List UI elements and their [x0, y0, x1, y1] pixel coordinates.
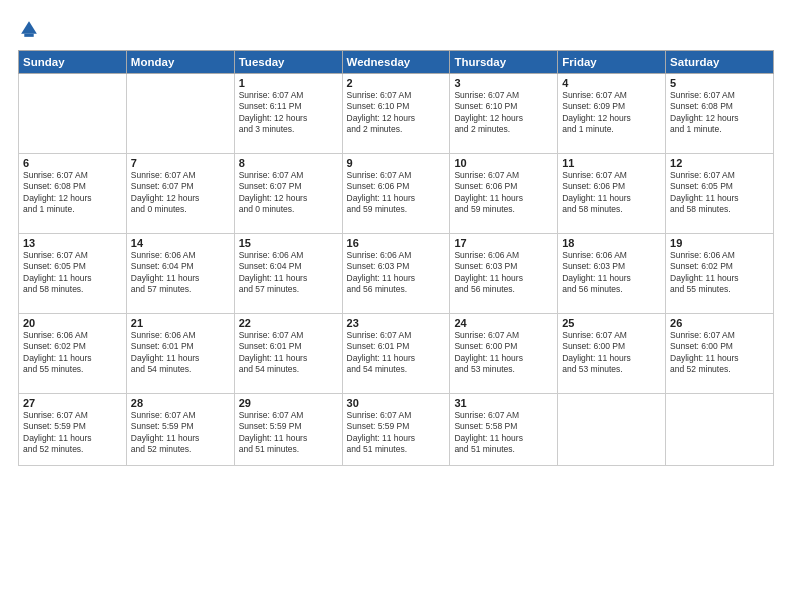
day-info: Sunrise: 6:07 AM Sunset: 6:09 PM Dayligh… — [562, 90, 661, 136]
calendar-cell: 10Sunrise: 6:07 AM Sunset: 6:06 PM Dayli… — [450, 154, 558, 234]
header-friday: Friday — [558, 51, 666, 74]
calendar-cell: 19Sunrise: 6:06 AM Sunset: 6:02 PM Dayli… — [666, 234, 774, 314]
calendar-cell: 15Sunrise: 6:06 AM Sunset: 6:04 PM Dayli… — [234, 234, 342, 314]
day-info: Sunrise: 6:07 AM Sunset: 6:10 PM Dayligh… — [454, 90, 553, 136]
day-number: 31 — [454, 397, 553, 409]
day-number: 15 — [239, 237, 338, 249]
calendar-cell: 6Sunrise: 6:07 AM Sunset: 6:08 PM Daylig… — [19, 154, 127, 234]
calendar-cell: 20Sunrise: 6:06 AM Sunset: 6:02 PM Dayli… — [19, 314, 127, 394]
day-number: 2 — [347, 77, 446, 89]
day-info: Sunrise: 6:07 AM Sunset: 6:06 PM Dayligh… — [454, 170, 553, 216]
calendar-cell — [558, 394, 666, 466]
day-info: Sunrise: 6:06 AM Sunset: 6:02 PM Dayligh… — [23, 330, 122, 376]
calendar-cell: 2Sunrise: 6:07 AM Sunset: 6:10 PM Daylig… — [342, 74, 450, 154]
day-number: 28 — [131, 397, 230, 409]
day-info: Sunrise: 6:07 AM Sunset: 6:05 PM Dayligh… — [23, 250, 122, 296]
calendar-cell: 7Sunrise: 6:07 AM Sunset: 6:07 PM Daylig… — [126, 154, 234, 234]
day-info: Sunrise: 6:07 AM Sunset: 6:06 PM Dayligh… — [347, 170, 446, 216]
day-number: 17 — [454, 237, 553, 249]
calendar-cell: 29Sunrise: 6:07 AM Sunset: 5:59 PM Dayli… — [234, 394, 342, 466]
day-number: 4 — [562, 77, 661, 89]
day-info: Sunrise: 6:06 AM Sunset: 6:03 PM Dayligh… — [454, 250, 553, 296]
day-info: Sunrise: 6:06 AM Sunset: 6:01 PM Dayligh… — [131, 330, 230, 376]
day-number: 19 — [670, 237, 769, 249]
day-number: 26 — [670, 317, 769, 329]
calendar-cell — [126, 74, 234, 154]
week-row-1: 1Sunrise: 6:07 AM Sunset: 6:11 PM Daylig… — [19, 74, 774, 154]
calendar-cell: 22Sunrise: 6:07 AM Sunset: 6:01 PM Dayli… — [234, 314, 342, 394]
calendar-cell: 21Sunrise: 6:06 AM Sunset: 6:01 PM Dayli… — [126, 314, 234, 394]
day-info: Sunrise: 6:07 AM Sunset: 6:00 PM Dayligh… — [454, 330, 553, 376]
day-number: 3 — [454, 77, 553, 89]
day-number: 6 — [23, 157, 122, 169]
calendar-cell: 30Sunrise: 6:07 AM Sunset: 5:59 PM Dayli… — [342, 394, 450, 466]
day-info: Sunrise: 6:06 AM Sunset: 6:03 PM Dayligh… — [347, 250, 446, 296]
day-number: 11 — [562, 157, 661, 169]
day-number: 21 — [131, 317, 230, 329]
day-info: Sunrise: 6:06 AM Sunset: 6:04 PM Dayligh… — [239, 250, 338, 296]
day-number: 7 — [131, 157, 230, 169]
svg-rect-1 — [24, 34, 33, 37]
calendar-cell: 25Sunrise: 6:07 AM Sunset: 6:00 PM Dayli… — [558, 314, 666, 394]
day-info: Sunrise: 6:07 AM Sunset: 5:58 PM Dayligh… — [454, 410, 553, 456]
calendar-cell: 26Sunrise: 6:07 AM Sunset: 6:00 PM Dayli… — [666, 314, 774, 394]
week-row-2: 6Sunrise: 6:07 AM Sunset: 6:08 PM Daylig… — [19, 154, 774, 234]
header — [18, 18, 774, 40]
day-number: 12 — [670, 157, 769, 169]
day-info: Sunrise: 6:07 AM Sunset: 6:00 PM Dayligh… — [670, 330, 769, 376]
calendar-cell: 13Sunrise: 6:07 AM Sunset: 6:05 PM Dayli… — [19, 234, 127, 314]
day-info: Sunrise: 6:07 AM Sunset: 6:05 PM Dayligh… — [670, 170, 769, 216]
calendar-cell: 1Sunrise: 6:07 AM Sunset: 6:11 PM Daylig… — [234, 74, 342, 154]
day-number: 29 — [239, 397, 338, 409]
calendar-cell: 14Sunrise: 6:06 AM Sunset: 6:04 PM Dayli… — [126, 234, 234, 314]
day-number: 24 — [454, 317, 553, 329]
week-row-4: 20Sunrise: 6:06 AM Sunset: 6:02 PM Dayli… — [19, 314, 774, 394]
day-info: Sunrise: 6:07 AM Sunset: 6:06 PM Dayligh… — [562, 170, 661, 216]
day-number: 1 — [239, 77, 338, 89]
day-number: 13 — [23, 237, 122, 249]
calendar: SundayMondayTuesdayWednesdayThursdayFrid… — [18, 50, 774, 466]
calendar-cell — [666, 394, 774, 466]
day-info: Sunrise: 6:07 AM Sunset: 5:59 PM Dayligh… — [23, 410, 122, 456]
day-number: 10 — [454, 157, 553, 169]
day-info: Sunrise: 6:06 AM Sunset: 6:03 PM Dayligh… — [562, 250, 661, 296]
header-wednesday: Wednesday — [342, 51, 450, 74]
calendar-cell: 17Sunrise: 6:06 AM Sunset: 6:03 PM Dayli… — [450, 234, 558, 314]
calendar-cell: 18Sunrise: 6:06 AM Sunset: 6:03 PM Dayli… — [558, 234, 666, 314]
calendar-cell: 28Sunrise: 6:07 AM Sunset: 5:59 PM Dayli… — [126, 394, 234, 466]
header-saturday: Saturday — [666, 51, 774, 74]
day-info: Sunrise: 6:07 AM Sunset: 6:10 PM Dayligh… — [347, 90, 446, 136]
logo — [18, 18, 44, 40]
day-number: 14 — [131, 237, 230, 249]
calendar-cell: 9Sunrise: 6:07 AM Sunset: 6:06 PM Daylig… — [342, 154, 450, 234]
day-number: 9 — [347, 157, 446, 169]
calendar-cell: 3Sunrise: 6:07 AM Sunset: 6:10 PM Daylig… — [450, 74, 558, 154]
day-info: Sunrise: 6:07 AM Sunset: 6:08 PM Dayligh… — [670, 90, 769, 136]
week-row-5: 27Sunrise: 6:07 AM Sunset: 5:59 PM Dayli… — [19, 394, 774, 466]
week-row-3: 13Sunrise: 6:07 AM Sunset: 6:05 PM Dayli… — [19, 234, 774, 314]
calendar-cell: 12Sunrise: 6:07 AM Sunset: 6:05 PM Dayli… — [666, 154, 774, 234]
day-info: Sunrise: 6:07 AM Sunset: 6:08 PM Dayligh… — [23, 170, 122, 216]
page: SundayMondayTuesdayWednesdayThursdayFrid… — [0, 0, 792, 612]
calendar-cell: 16Sunrise: 6:06 AM Sunset: 6:03 PM Dayli… — [342, 234, 450, 314]
calendar-cell: 23Sunrise: 6:07 AM Sunset: 6:01 PM Dayli… — [342, 314, 450, 394]
day-info: Sunrise: 6:07 AM Sunset: 6:07 PM Dayligh… — [131, 170, 230, 216]
day-info: Sunrise: 6:07 AM Sunset: 6:01 PM Dayligh… — [239, 330, 338, 376]
day-number: 22 — [239, 317, 338, 329]
day-info: Sunrise: 6:07 AM Sunset: 6:01 PM Dayligh… — [347, 330, 446, 376]
day-number: 8 — [239, 157, 338, 169]
day-info: Sunrise: 6:07 AM Sunset: 6:00 PM Dayligh… — [562, 330, 661, 376]
day-info: Sunrise: 6:07 AM Sunset: 5:59 PM Dayligh… — [131, 410, 230, 456]
day-number: 30 — [347, 397, 446, 409]
logo-icon — [18, 18, 40, 40]
calendar-cell: 5Sunrise: 6:07 AM Sunset: 6:08 PM Daylig… — [666, 74, 774, 154]
calendar-cell: 24Sunrise: 6:07 AM Sunset: 6:00 PM Dayli… — [450, 314, 558, 394]
day-info: Sunrise: 6:07 AM Sunset: 5:59 PM Dayligh… — [239, 410, 338, 456]
header-thursday: Thursday — [450, 51, 558, 74]
day-info: Sunrise: 6:07 AM Sunset: 6:11 PM Dayligh… — [239, 90, 338, 136]
header-sunday: Sunday — [19, 51, 127, 74]
day-number: 25 — [562, 317, 661, 329]
day-number: 27 — [23, 397, 122, 409]
day-info: Sunrise: 6:07 AM Sunset: 6:07 PM Dayligh… — [239, 170, 338, 216]
header-monday: Monday — [126, 51, 234, 74]
